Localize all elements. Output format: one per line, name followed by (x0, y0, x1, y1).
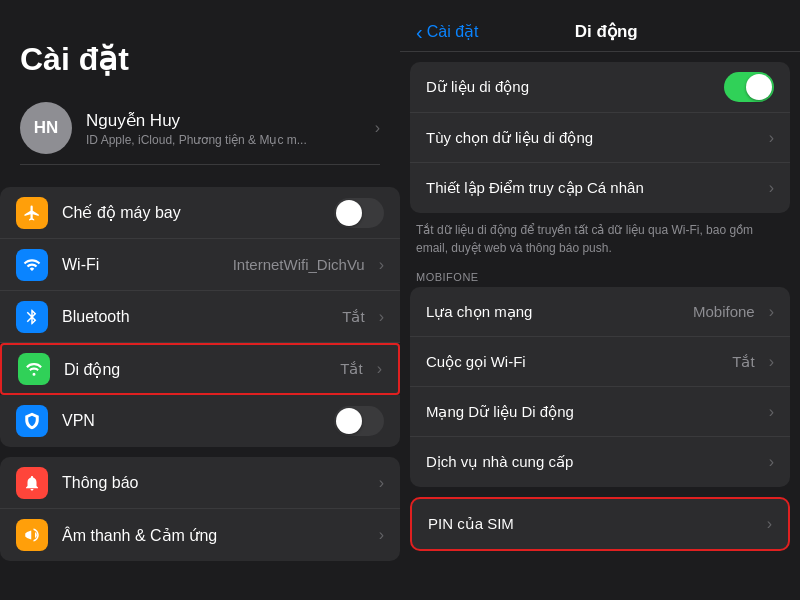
wifi-calling-value: Tắt (732, 353, 754, 371)
airplane-label: Chế độ máy bay (62, 203, 334, 222)
network-value: Mobifone (693, 303, 755, 320)
left-panel: Cài đặt HN Nguyễn Huy ID Apple, iCloud, … (0, 0, 400, 600)
hotspot-label: Thiết lập Điểm truy cập Cá nhân (426, 179, 761, 197)
notifications-icon (16, 467, 48, 499)
right-item-hotspot[interactable]: Thiết lập Điểm truy cập Cá nhân › (410, 163, 790, 213)
right-header: ‹ Cài đặt Di động (400, 0, 800, 52)
vpn-icon (16, 405, 48, 437)
wifi-chevron-icon: › (379, 256, 384, 274)
app-settings-group: Thông báo › Âm thanh & Cảm ứng › (0, 457, 400, 561)
settings-item-sound[interactable]: Âm thanh & Cảm ứng › (0, 509, 400, 561)
right-title: Di động (478, 21, 734, 42)
right-item-data-network[interactable]: Mạng Dữ liệu Di động › (410, 387, 790, 437)
notifications-chevron-icon: › (379, 474, 384, 492)
wifi-icon (16, 249, 48, 281)
data-network-label: Mạng Dữ liệu Di động (426, 403, 761, 421)
wifi-label: Wi-Fi (62, 256, 233, 274)
cellular-value: Tắt (340, 360, 362, 378)
profile-name: Nguyễn Huy (86, 110, 367, 131)
profile-chevron-icon: › (375, 119, 380, 137)
right-item-provider[interactable]: Dịch vụ nhà cung cấp › (410, 437, 790, 487)
mobile-data-group: Dữ liệu di động Tùy chọn dữ liệu di động… (410, 62, 790, 213)
settings-item-cellular[interactable]: Di động Tắt › (0, 343, 400, 395)
vpn-toggle[interactable] (334, 406, 384, 436)
right-panel: ‹ Cài đặt Di động Dữ liệu di động Tùy ch… (400, 0, 800, 600)
bluetooth-value: Tắt (342, 308, 364, 326)
settings-list: Chế độ máy bay Wi-Fi InternetWifi_DichVu… (0, 177, 400, 600)
right-item-sim-pin[interactable]: PIN của SIM › (412, 499, 788, 549)
sim-pin-chevron-icon: › (767, 515, 772, 533)
cellular-label: Di động (64, 360, 340, 379)
right-item-mobile-data[interactable]: Dữ liệu di động (410, 62, 790, 113)
mobile-data-opts-chevron-icon: › (769, 129, 774, 147)
section-label-mobifone: MOBIFONE (400, 265, 800, 287)
back-button[interactable]: ‹ Cài đặt (416, 22, 478, 42)
network-chevron-icon: › (769, 303, 774, 321)
settings-item-vpn[interactable]: VPN (0, 395, 400, 447)
back-label: Cài đặt (427, 22, 479, 41)
right-item-network[interactable]: Lựa chọn mạng Mobifone › (410, 287, 790, 337)
sound-icon (16, 519, 48, 551)
airplane-icon (16, 197, 48, 229)
right-item-wifi-calling[interactable]: Cuộc gọi Wi-Fi Tắt › (410, 337, 790, 387)
sim-pin-label: PIN của SIM (428, 515, 759, 533)
profile-info: Nguyễn Huy ID Apple, iCloud, Phương tiện… (86, 110, 367, 147)
wifi-calling-label: Cuộc gọi Wi-Fi (426, 353, 732, 371)
network-label: Lựa chọn mạng (426, 303, 693, 321)
settings-item-notifications[interactable]: Thông báo › (0, 457, 400, 509)
sound-label: Âm thanh & Cảm ứng (62, 526, 371, 545)
profile-subtitle: ID Apple, iCloud, Phương tiện & Mục m... (86, 133, 367, 147)
vpn-label: VPN (62, 412, 334, 430)
settings-item-wifi[interactable]: Wi-Fi InternetWifi_DichVu › (0, 239, 400, 291)
provider-chevron-icon: › (769, 453, 774, 471)
mobifone-group: Lựa chọn mạng Mobifone › Cuộc gọi Wi-Fi … (410, 287, 790, 487)
right-content: Dữ liệu di động Tùy chọn dữ liệu di động… (400, 52, 800, 600)
provider-label: Dịch vụ nhà cung cấp (426, 453, 761, 471)
bluetooth-chevron-icon: › (379, 308, 384, 326)
connectivity-group: Chế độ máy bay Wi-Fi InternetWifi_DichVu… (0, 187, 400, 447)
hotspot-chevron-icon: › (769, 179, 774, 197)
profile-row[interactable]: HN Nguyễn Huy ID Apple, iCloud, Phương t… (20, 92, 380, 165)
notifications-label: Thông báo (62, 474, 371, 492)
settings-item-airplane[interactable]: Chế độ máy bay (0, 187, 400, 239)
airplane-toggle[interactable] (334, 198, 384, 228)
sim-pin-group: PIN của SIM › (410, 497, 790, 551)
cellular-icon (18, 353, 50, 385)
page-title: Cài đặt (20, 40, 380, 78)
avatar: HN (20, 102, 72, 154)
cellular-chevron-icon: › (377, 360, 382, 378)
data-network-chevron-icon: › (769, 403, 774, 421)
back-chevron-icon: ‹ (416, 22, 423, 42)
description-text: Tắt dữ liệu di động để truyền tất cả dữ … (400, 213, 800, 265)
mobile-data-opts-label: Tùy chọn dữ liệu di động (426, 129, 761, 147)
mobile-data-label: Dữ liệu di động (426, 78, 724, 96)
settings-item-bluetooth[interactable]: Bluetooth Tắt › (0, 291, 400, 343)
wifi-calling-chevron-icon: › (769, 353, 774, 371)
right-item-mobile-data-opts[interactable]: Tùy chọn dữ liệu di động › (410, 113, 790, 163)
mobile-data-toggle[interactable] (724, 72, 774, 102)
bluetooth-icon (16, 301, 48, 333)
left-header: Cài đặt HN Nguyễn Huy ID Apple, iCloud, … (0, 0, 400, 177)
wifi-value: InternetWifi_DichVu (233, 256, 365, 273)
bluetooth-label: Bluetooth (62, 308, 342, 326)
sound-chevron-icon: › (379, 526, 384, 544)
